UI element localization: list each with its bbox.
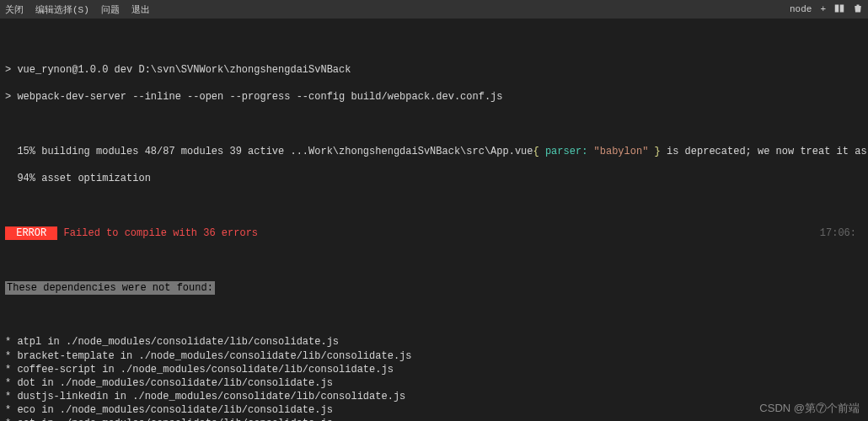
- dependency-line: * atpl in ./node_modules/consolidate/lib…: [5, 335, 863, 349]
- terminal-line: [5, 308, 863, 322]
- menubar: 关闭 编辑选择(S) 问题 退出 node +: [0, 0, 868, 19]
- dependency-line: * bracket-template in ./node_modules/con…: [5, 349, 863, 363]
- dependency-line: * dustjs-linkedin in ./node_modules/cons…: [5, 390, 863, 403]
- terminal-line: 94% asset optimization: [5, 172, 863, 185]
- terminal-line: [5, 117, 863, 131]
- dependency-line: * dot in ./node_modules/consolidate/lib/…: [5, 376, 863, 390]
- split-icon[interactable]: [834, 3, 844, 16]
- terminal-line: > webpack-dev-server --inline --open --p…: [5, 90, 863, 104]
- timestamp: 17:06:: [820, 226, 856, 240]
- menu-item[interactable]: 退出: [131, 3, 150, 16]
- error-message: Failed to compile with 36 errors: [57, 227, 258, 239]
- menu-item[interactable]: 编辑选择(S): [35, 3, 89, 16]
- dependency-list: * atpl in ./node_modules/consolidate/lib…: [5, 335, 863, 421]
- menu-item[interactable]: 关闭: [5, 3, 24, 16]
- plus-icon[interactable]: +: [820, 4, 826, 14]
- terminal-line: [5, 253, 863, 267]
- terminal-shell-label: node: [790, 4, 812, 14]
- watermark: CSDN @第⑦个前端: [759, 401, 860, 416]
- deps-header: These dependencies were not found:: [5, 281, 215, 295]
- terminal-output[interactable]: > vue_rynon@1.0.0 dev D:\svn\SVNWork\zho…: [0, 19, 868, 421]
- terminal-line: [5, 35, 863, 49]
- menu-item[interactable]: 问题: [101, 3, 120, 16]
- terminal-line: These dependencies were not found:: [5, 281, 863, 295]
- terminal-line: > vue_rynon@1.0.0 dev D:\svn\SVNWork\zho…: [5, 63, 863, 77]
- terminal-line: ERROR Failed to compile with 36 errors17…: [5, 226, 863, 240]
- terminal-line: [5, 199, 863, 212]
- svg-rect-0: [835, 4, 839, 12]
- trash-icon[interactable]: [853, 3, 863, 16]
- dependency-line: * eco in ./node_modules/consolidate/lib/…: [5, 403, 863, 417]
- dependency-line: * ect in ./node_modules/consolidate/lib/…: [5, 417, 863, 421]
- error-badge: ERROR: [5, 226, 57, 240]
- svg-rect-1: [840, 4, 844, 12]
- dependency-line: * coffee-script in ./node_modules/consol…: [5, 363, 863, 376]
- terminal-line: 15% building modules 48/87 modules 39 ac…: [5, 145, 863, 158]
